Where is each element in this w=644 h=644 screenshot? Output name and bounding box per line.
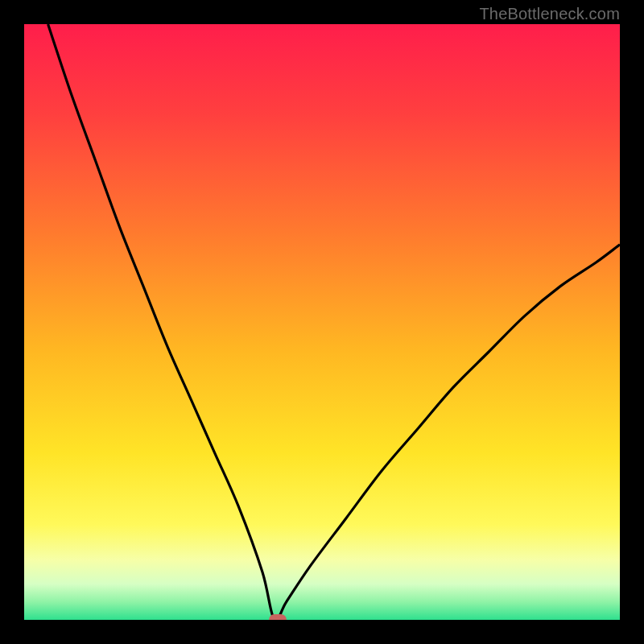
bottleneck-curve — [24, 24, 620, 620]
plot-area — [24, 24, 620, 620]
watermark-text: TheBottleneck.com — [479, 5, 620, 23]
chart-frame: TheBottleneck.com — [0, 0, 644, 644]
curve-path — [48, 24, 620, 620]
optimal-point-marker — [269, 614, 287, 620]
